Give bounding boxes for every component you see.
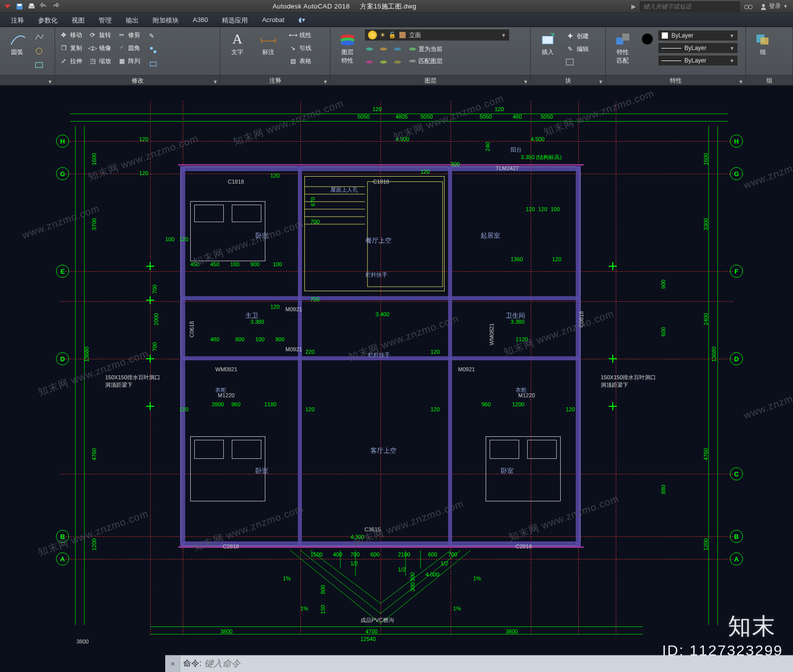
tab-a360[interactable]: A360	[186, 13, 215, 27]
tab-featured[interactable]: 精选应用	[215, 13, 255, 27]
fillet-tool[interactable]: ◜圆角	[116, 42, 141, 54]
color-wheel-tool[interactable]	[640, 29, 655, 74]
tab-annotate[interactable]: 注释	[4, 13, 31, 27]
panel-group-title[interactable]: 组	[746, 75, 792, 85]
undo-icon[interactable]	[38, 1, 49, 12]
axis-endpoint	[609, 402, 617, 410]
arc-tool[interactable]: 圆弧	[3, 29, 31, 74]
linetype-control[interactable]: ByLayer▼	[658, 55, 738, 66]
stretch-icon: ⤢	[59, 57, 68, 66]
offset-icon[interactable]	[148, 58, 158, 70]
svg-point-22	[366, 61, 373, 64]
grid-bubble: C	[730, 467, 743, 480]
explode-icon[interactable]	[148, 44, 158, 56]
trim-tool[interactable]: ✂修剪	[116, 29, 141, 41]
tab-parametric[interactable]: 参数化	[31, 13, 65, 27]
command-input[interactable]	[204, 658, 793, 670]
layer-btn-6[interactable]	[392, 56, 403, 68]
dimension-tool[interactable]: 标注	[254, 29, 282, 74]
circle-icon[interactable]	[34, 45, 45, 57]
svg-rect-3	[29, 6, 35, 9]
grid-bubble: B	[56, 530, 69, 543]
level-marker: 4.500	[531, 136, 545, 142]
panel-properties-title[interactable]: 特性▼	[606, 75, 745, 85]
search-input[interactable]	[640, 2, 740, 12]
layer-btn-4[interactable]	[364, 56, 374, 68]
text-tool[interactable]: A 文字	[223, 29, 251, 74]
dim-value: 1/2	[398, 566, 406, 572]
tab-output[interactable]: 输出	[119, 13, 146, 27]
block-attr-icon[interactable]	[565, 56, 590, 68]
mirror-tool[interactable]: ◁▷镜像	[87, 42, 112, 54]
linear-dim-tool[interactable]: ⟷线性	[287, 29, 312, 41]
layer-btn-2[interactable]	[378, 43, 388, 55]
panel-annotation-title[interactable]: 注释▼	[220, 75, 330, 85]
layer-properties-tool[interactable]: 图层 特性	[333, 29, 361, 74]
tab-view[interactable]: 视图	[65, 13, 92, 27]
redo-icon[interactable]	[50, 1, 61, 12]
app-menu-button[interactable]	[2, 1, 13, 12]
layer-btn-5[interactable]	[378, 56, 388, 68]
arc-icon	[9, 31, 25, 47]
dim-value: 960	[231, 401, 240, 407]
color-wheel-icon	[639, 31, 655, 47]
panel-block-title[interactable]: 块▼	[531, 75, 605, 85]
group-tool[interactable]: 组	[749, 29, 777, 74]
rectangle-icon[interactable]	[34, 59, 45, 71]
copy-tool[interactable]: ❐复制	[58, 42, 83, 54]
leader-tool[interactable]: ↘引线	[287, 42, 312, 54]
edit-block-tool[interactable]: ✎编辑	[565, 43, 590, 55]
panel-draw: 圆弧 ▼	[0, 27, 55, 85]
room-label: 起居室	[481, 231, 500, 240]
tab-addins[interactable]: 附加模块	[146, 13, 186, 27]
create-block-tool[interactable]: ✚创建	[565, 30, 590, 42]
ribbon: 圆弧 ▼ ✥移动 ⟳旋转 ✂修剪 ❐复制 ◁▷镜像 ◜圆角 ⤢拉伸 ◳缩放 ▦阵…	[0, 27, 793, 86]
tab-acrobat[interactable]: Acrobat	[255, 13, 291, 27]
text-icon: A	[229, 31, 245, 47]
panel-layers-title[interactable]: 图层▼	[330, 75, 530, 85]
grid-bubble: A	[56, 552, 69, 565]
watermark: 知末网 www.znzmo.com	[36, 507, 150, 559]
array-tool[interactable]: ▦阵列	[116, 55, 141, 67]
dim-value: 1200	[703, 538, 709, 550]
panel-modify-title[interactable]: 修改▼	[55, 75, 220, 85]
scale-icon: ◳	[88, 57, 97, 66]
polyline-icon[interactable]	[34, 31, 45, 43]
dim-value: 300	[410, 582, 416, 591]
search-binoc-icon[interactable]	[743, 1, 754, 12]
erase-icon[interactable]: ✎	[148, 30, 158, 42]
svg-rect-27	[542, 36, 553, 44]
layer-btn-1[interactable]	[364, 43, 374, 55]
tab-manage[interactable]: 管理	[92, 13, 119, 27]
stretch-tool[interactable]: ⤢拉伸	[58, 55, 83, 67]
command-handle-icon[interactable]: ✕	[165, 655, 180, 672]
panel-modify: ✥移动 ⟳旋转 ✂修剪 ❐复制 ◁▷镜像 ◜圆角 ⤢拉伸 ◳缩放 ▦阵列 ✎ 修…	[55, 27, 220, 85]
move-tool[interactable]: ✥移动	[58, 29, 83, 41]
dim-value: 1200	[91, 538, 97, 550]
rotate-tool[interactable]: ⟳旋转	[87, 29, 112, 41]
layer-btn-3[interactable]	[392, 43, 403, 55]
group-icon	[755, 31, 771, 47]
lineweight-control[interactable]: ByLayer▼	[658, 43, 738, 54]
sign-in-button[interactable]: 登录 ▼	[757, 2, 791, 11]
make-current-tool[interactable]: 置为当前	[408, 43, 444, 55]
match-properties-tool[interactable]: 特性 匹配	[609, 29, 637, 74]
insert-block-tool[interactable]: 插入	[534, 29, 562, 74]
dim-value: 900	[275, 336, 284, 342]
current-layer-selector[interactable]: ☀ 🔓 立面 ▼	[364, 29, 510, 41]
match-layer-tool[interactable]: 匹配图层	[408, 55, 444, 67]
drawing-canvas[interactable]: H G E D B A H G F D C B A	[0, 86, 793, 655]
axis-endpoint	[146, 402, 154, 410]
print-icon[interactable]	[26, 1, 37, 12]
scale-tool[interactable]: ◳缩放	[87, 55, 112, 67]
svg-point-19	[366, 48, 373, 51]
tab-overflow-icon[interactable]: ◖▾	[291, 13, 312, 27]
table-tool[interactable]: ▤表格	[287, 55, 312, 67]
color-control[interactable]: ByLayer▼	[658, 30, 738, 41]
panel-draw-title[interactable]: ▼	[0, 75, 55, 85]
dim-value: 3700	[91, 218, 97, 230]
dim-value: 2100	[398, 551, 410, 557]
dim-value: 450	[190, 261, 199, 267]
save-icon[interactable]	[14, 1, 25, 12]
help-arrow-icon[interactable]: ▶	[628, 1, 639, 12]
